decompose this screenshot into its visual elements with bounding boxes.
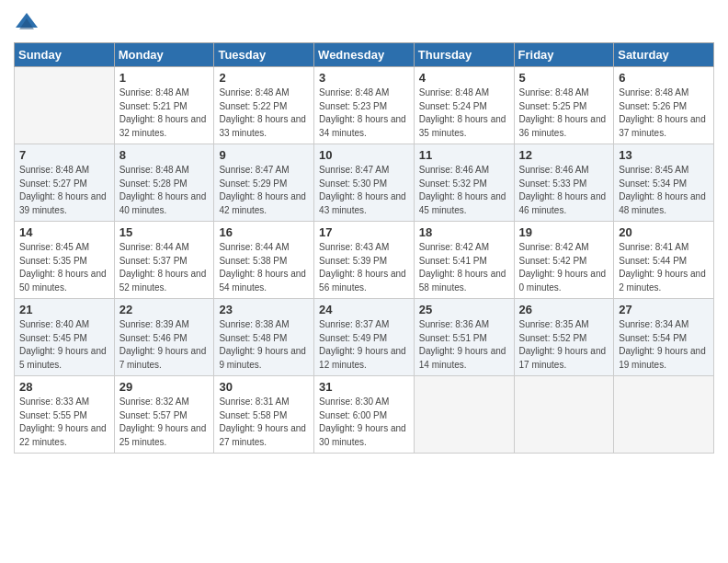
day-info: Sunrise: 8:30 AMSunset: 6:00 PMDaylight:… xyxy=(319,396,406,447)
weekday-header-monday: Monday xyxy=(114,43,214,67)
calendar-cell: 15 Sunrise: 8:44 AMSunset: 5:37 PMDaylig… xyxy=(114,222,214,299)
calendar-cell xyxy=(614,376,714,454)
day-info: Sunrise: 8:48 AMSunset: 5:27 PMDaylight:… xyxy=(19,165,107,215)
day-number: 26 xyxy=(519,303,609,316)
calendar-cell: 20 Sunrise: 8:41 AMSunset: 5:44 PMDaylig… xyxy=(614,222,714,299)
weekday-header-sunday: Sunday xyxy=(15,43,115,67)
week-row-3: 14 Sunrise: 8:45 AMSunset: 5:35 PMDaylig… xyxy=(15,222,714,299)
calendar-cell xyxy=(15,67,115,144)
day-info: Sunrise: 8:47 AMSunset: 5:30 PMDaylight:… xyxy=(319,165,406,215)
day-number: 25 xyxy=(419,303,509,316)
calendar-cell: 1 Sunrise: 8:48 AMSunset: 5:21 PMDayligh… xyxy=(114,67,214,144)
day-info: Sunrise: 8:46 AMSunset: 5:32 PMDaylight:… xyxy=(419,165,506,215)
calendar-cell: 8 Sunrise: 8:48 AMSunset: 5:28 PMDayligh… xyxy=(114,144,214,222)
day-info: Sunrise: 8:40 AMSunset: 5:45 PMDaylight:… xyxy=(19,319,107,370)
day-info: Sunrise: 8:41 AMSunset: 5:44 PMDaylight:… xyxy=(619,242,706,293)
day-info: Sunrise: 8:45 AMSunset: 5:35 PMDaylight:… xyxy=(19,242,107,293)
day-number: 15 xyxy=(119,225,210,239)
day-number: 17 xyxy=(319,225,409,239)
day-number: 20 xyxy=(619,225,709,239)
day-info: Sunrise: 8:37 AMSunset: 5:49 PMDaylight:… xyxy=(319,319,406,370)
day-number: 19 xyxy=(519,225,609,239)
day-info: Sunrise: 8:48 AMSunset: 5:21 PMDaylight:… xyxy=(119,87,207,138)
calendar-cell: 23 Sunrise: 8:38 AMSunset: 5:48 PMDaylig… xyxy=(214,299,314,376)
day-info: Sunrise: 8:43 AMSunset: 5:39 PMDaylight:… xyxy=(319,242,406,293)
day-info: Sunrise: 8:35 AMSunset: 5:52 PMDaylight:… xyxy=(519,319,607,370)
day-info: Sunrise: 8:48 AMSunset: 5:22 PMDaylight:… xyxy=(219,87,306,138)
calendar-cell: 24 Sunrise: 8:37 AMSunset: 5:49 PMDaylig… xyxy=(314,299,415,376)
calendar-cell: 5 Sunrise: 8:48 AMSunset: 5:25 PMDayligh… xyxy=(514,67,614,144)
calendar-cell: 19 Sunrise: 8:42 AMSunset: 5:42 PMDaylig… xyxy=(514,222,614,299)
calendar-cell: 14 Sunrise: 8:45 AMSunset: 5:35 PMDaylig… xyxy=(15,222,115,299)
header xyxy=(14,9,714,35)
calendar-cell: 16 Sunrise: 8:44 AMSunset: 5:38 PMDaylig… xyxy=(214,222,314,299)
day-info: Sunrise: 8:33 AMSunset: 5:55 PMDaylight:… xyxy=(19,396,107,447)
calendar-cell: 30 Sunrise: 8:31 AMSunset: 5:58 PMDaylig… xyxy=(214,376,314,454)
logo xyxy=(14,9,43,35)
calendar-cell: 12 Sunrise: 8:46 AMSunset: 5:33 PMDaylig… xyxy=(514,144,614,222)
day-info: Sunrise: 8:46 AMSunset: 5:33 PMDaylight:… xyxy=(519,165,607,215)
day-info: Sunrise: 8:31 AMSunset: 5:58 PMDaylight:… xyxy=(219,396,306,447)
day-number: 29 xyxy=(119,380,210,394)
calendar-cell: 21 Sunrise: 8:40 AMSunset: 5:45 PMDaylig… xyxy=(15,299,115,376)
day-number: 31 xyxy=(319,380,409,394)
day-info: Sunrise: 8:42 AMSunset: 5:41 PMDaylight:… xyxy=(419,242,506,293)
calendar-cell: 10 Sunrise: 8:47 AMSunset: 5:30 PMDaylig… xyxy=(314,144,415,222)
day-number: 8 xyxy=(119,148,210,162)
day-number: 18 xyxy=(419,225,509,239)
calendar-cell: 13 Sunrise: 8:45 AMSunset: 5:34 PMDaylig… xyxy=(614,144,714,222)
week-row-4: 21 Sunrise: 8:40 AMSunset: 5:45 PMDaylig… xyxy=(15,299,714,376)
day-number: 4 xyxy=(419,71,509,85)
day-info: Sunrise: 8:36 AMSunset: 5:51 PMDaylight:… xyxy=(419,319,506,370)
day-info: Sunrise: 8:44 AMSunset: 5:37 PMDaylight:… xyxy=(119,242,207,293)
day-number: 21 xyxy=(19,303,109,316)
day-info: Sunrise: 8:45 AMSunset: 5:34 PMDaylight:… xyxy=(619,165,706,215)
day-number: 22 xyxy=(119,303,210,316)
day-info: Sunrise: 8:42 AMSunset: 5:42 PMDaylight:… xyxy=(519,242,607,293)
weekday-header-friday: Friday xyxy=(514,43,614,67)
calendar-cell: 9 Sunrise: 8:47 AMSunset: 5:29 PMDayligh… xyxy=(214,144,314,222)
calendar-cell: 6 Sunrise: 8:48 AMSunset: 5:26 PMDayligh… xyxy=(614,67,714,144)
day-number: 30 xyxy=(219,380,309,394)
calendar-cell: 11 Sunrise: 8:46 AMSunset: 5:32 PMDaylig… xyxy=(414,144,514,222)
day-number: 24 xyxy=(319,303,409,316)
calendar-cell xyxy=(414,376,514,454)
weekday-header-saturday: Saturday xyxy=(614,43,714,67)
day-info: Sunrise: 8:32 AMSunset: 5:57 PMDaylight:… xyxy=(119,396,207,447)
calendar-cell xyxy=(514,376,614,454)
week-row-2: 7 Sunrise: 8:48 AMSunset: 5:27 PMDayligh… xyxy=(15,144,714,222)
day-info: Sunrise: 8:34 AMSunset: 5:54 PMDaylight:… xyxy=(619,319,706,370)
day-number: 6 xyxy=(619,71,709,85)
day-info: Sunrise: 8:48 AMSunset: 5:24 PMDaylight:… xyxy=(419,87,506,138)
calendar-cell: 28 Sunrise: 8:33 AMSunset: 5:55 PMDaylig… xyxy=(15,376,115,454)
day-info: Sunrise: 8:39 AMSunset: 5:46 PMDaylight:… xyxy=(119,319,207,370)
calendar-cell: 25 Sunrise: 8:36 AMSunset: 5:51 PMDaylig… xyxy=(414,299,514,376)
calendar-cell: 29 Sunrise: 8:32 AMSunset: 5:57 PMDaylig… xyxy=(114,376,214,454)
calendar-cell: 22 Sunrise: 8:39 AMSunset: 5:46 PMDaylig… xyxy=(114,299,214,376)
day-number: 5 xyxy=(519,71,609,85)
calendar-cell: 26 Sunrise: 8:35 AMSunset: 5:52 PMDaylig… xyxy=(514,299,614,376)
day-info: Sunrise: 8:47 AMSunset: 5:29 PMDaylight:… xyxy=(219,165,306,215)
day-info: Sunrise: 8:48 AMSunset: 5:23 PMDaylight:… xyxy=(319,87,406,138)
day-number: 3 xyxy=(319,71,409,85)
day-number: 2 xyxy=(219,71,309,85)
weekday-header-wednesday: Wednesday xyxy=(314,43,415,67)
weekday-header-row: SundayMondayTuesdayWednesdayThursdayFrid… xyxy=(15,43,714,67)
day-number: 11 xyxy=(419,148,509,162)
day-number: 14 xyxy=(19,225,109,239)
calendar-cell: 2 Sunrise: 8:48 AMSunset: 5:22 PMDayligh… xyxy=(214,67,314,144)
week-row-5: 28 Sunrise: 8:33 AMSunset: 5:55 PMDaylig… xyxy=(15,376,714,454)
day-number: 7 xyxy=(19,148,109,162)
weekday-header-thursday: Thursday xyxy=(414,43,514,67)
calendar-cell: 17 Sunrise: 8:43 AMSunset: 5:39 PMDaylig… xyxy=(314,222,415,299)
calendar-cell: 7 Sunrise: 8:48 AMSunset: 5:27 PMDayligh… xyxy=(15,144,115,222)
calendar-table: SundayMondayTuesdayWednesdayThursdayFrid… xyxy=(14,42,714,454)
week-row-1: 1 Sunrise: 8:48 AMSunset: 5:21 PMDayligh… xyxy=(15,67,714,144)
day-number: 16 xyxy=(219,225,309,239)
day-info: Sunrise: 8:48 AMSunset: 5:26 PMDaylight:… xyxy=(619,87,706,138)
day-number: 27 xyxy=(619,303,709,316)
page: SundayMondayTuesdayWednesdayThursdayFrid… xyxy=(0,0,728,563)
day-number: 9 xyxy=(219,148,309,162)
day-number: 28 xyxy=(19,380,109,394)
calendar-cell: 27 Sunrise: 8:34 AMSunset: 5:54 PMDaylig… xyxy=(614,299,714,376)
